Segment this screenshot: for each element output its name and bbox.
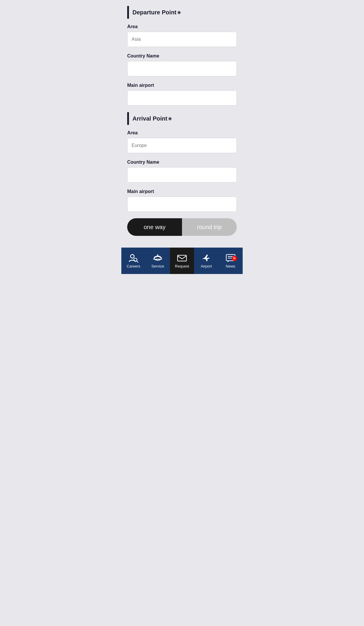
departure-area-label: Area — [127, 24, 237, 29]
departure-section-header: Departure Point✳ — [127, 6, 237, 19]
careers-icon — [128, 253, 139, 263]
news-label: News — [226, 264, 235, 268]
departure-country-group: Country Name — [127, 53, 237, 76]
departure-bar — [127, 6, 129, 19]
nav-item-careers[interactable]: Careers — [121, 248, 146, 274]
arrival-area-group: Area — [127, 130, 237, 153]
news-icon: N — [225, 253, 236, 263]
departure-title: Departure Point✳ — [132, 9, 181, 16]
arrival-asterisk: ✳ — [168, 116, 172, 121]
arrival-area-label: Area — [127, 130, 237, 136]
departure-airport-input[interactable] — [127, 90, 237, 106]
departure-area-input[interactable] — [127, 32, 237, 47]
nav-item-request[interactable]: Request — [170, 248, 194, 274]
arrival-country-label: Country Name — [127, 160, 237, 165]
arrival-heading-text: Arrival Point — [132, 115, 167, 122]
svg-rect-7 — [178, 255, 186, 261]
nav-item-news[interactable]: N News — [218, 248, 243, 274]
service-label: Service — [152, 264, 164, 268]
careers-label: Careers — [127, 264, 140, 268]
round-trip-button[interactable]: round trip — [182, 218, 237, 236]
arrival-bar — [127, 112, 129, 125]
nav-item-airport[interactable]: Airport — [194, 248, 218, 274]
arrival-airport-group: Main airport — [127, 189, 237, 212]
arrival-airport-input[interactable] — [127, 197, 237, 212]
departure-asterisk: ✳ — [177, 10, 181, 15]
airport-label: Airport — [201, 264, 212, 268]
request-label: Request — [175, 264, 189, 268]
airport-icon — [201, 253, 212, 263]
arrival-area-input[interactable] — [127, 138, 237, 153]
departure-area-group: Area — [127, 24, 237, 47]
departure-airport-label: Main airport — [127, 83, 237, 88]
news-badge: N — [232, 256, 237, 261]
request-icon — [176, 253, 188, 263]
arrival-country-group: Country Name — [127, 160, 237, 182]
service-icon — [152, 253, 163, 263]
departure-airport-group: Main airport — [127, 83, 237, 106]
nav-item-service[interactable]: Service — [146, 248, 170, 274]
bottom-navigation: Careers Service Request — [121, 248, 243, 274]
svg-point-5 — [157, 254, 159, 256]
arrival-airport-label: Main airport — [127, 189, 237, 194]
arrival-section-header: Arrival Point✳ — [127, 112, 237, 125]
departure-country-input[interactable] — [127, 61, 237, 76]
departure-heading-text: Departure Point — [132, 9, 176, 16]
arrival-country-input[interactable] — [127, 167, 237, 182]
one-way-button[interactable]: one way — [127, 218, 182, 236]
departure-country-label: Country Name — [127, 53, 237, 59]
svg-point-0 — [131, 254, 134, 258]
arrival-title: Arrival Point✳ — [132, 115, 172, 122]
trip-type-toggle: one way round trip — [127, 218, 237, 236]
svg-line-2 — [137, 260, 138, 262]
